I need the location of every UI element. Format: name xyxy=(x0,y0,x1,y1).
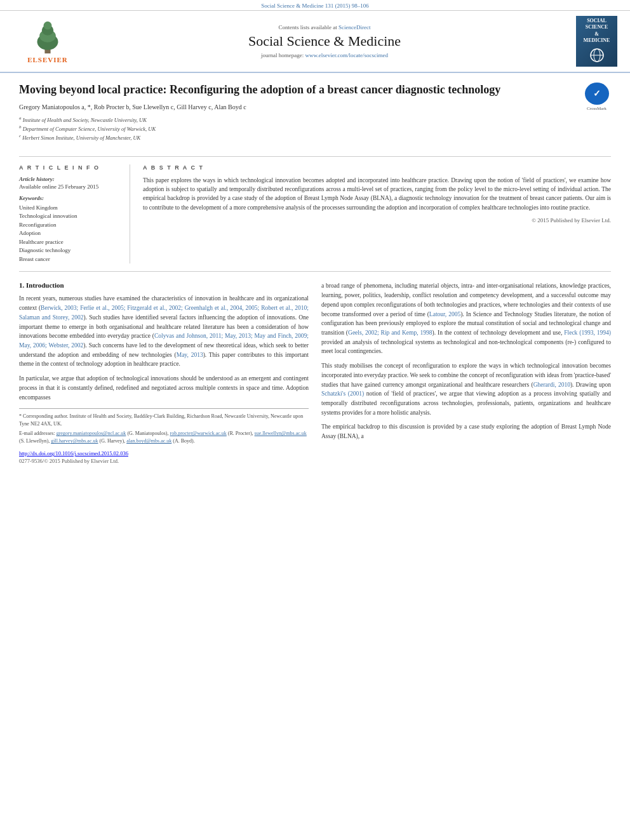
body-para-right-3: The empirical backdrop to this discussio… xyxy=(321,422,611,441)
article-title: Moving beyond local practice: Reconfigur… xyxy=(19,83,573,97)
article-history-value: Available online 25 February 2015 xyxy=(19,183,120,190)
cover-line-4: MEDICINE xyxy=(584,37,610,44)
article-info-header: A R T I C L E I N F O xyxy=(19,164,120,171)
copyright-footer: 0277-9536/© 2015 Published by Elsevier L… xyxy=(19,458,309,464)
journal-cover: SOCIAL SCIENCE & MEDICINE xyxy=(576,16,617,67)
doi-line[interactable]: http://dx.doi.org/10.1016/j.socscimed.20… xyxy=(19,450,309,457)
citation-gherardi[interactable]: Gherardi, 2010 xyxy=(533,382,570,388)
body-para-right-1: a broad range of phenomena, including ma… xyxy=(321,281,611,356)
elsevier-logo: ELSEVIER xyxy=(13,20,83,63)
citation-schatzki[interactable]: Schatzki's (2001) xyxy=(321,390,364,397)
journal-header-logo: ELSEVIER xyxy=(13,20,83,63)
cover-globe-icon xyxy=(587,48,607,63)
svg-point-4 xyxy=(44,21,52,29)
citation-berwick[interactable]: Berwick, 2003; Ferlie et al., 2005; Fitz… xyxy=(19,305,309,321)
article-meta-section: A R T I C L E I N F O Article history: A… xyxy=(19,156,611,272)
citation-may2013[interactable]: May, 2013 xyxy=(177,352,203,358)
authors-line: Gregory Maniatopoulos a, *, Rob Procter … xyxy=(19,103,573,110)
article-title-section: Moving beyond local practice: Reconfigur… xyxy=(19,83,611,149)
affiliation-c: c Herbert Simon Institute, University of… xyxy=(19,133,573,141)
keyword-6: Breast cancer xyxy=(19,255,120,264)
keywords-list: United Kingdom Technological innovation … xyxy=(19,204,120,264)
footnote-emails: E-mail addresses: gregory.maniatopoulos@… xyxy=(19,430,309,445)
crossmark-badge[interactable]: ✓ CrossMark xyxy=(582,83,611,111)
citation-fleck[interactable]: Fleck (1993, 1994) xyxy=(564,330,611,336)
journal-header-right: SOCIAL SCIENCE & MEDICINE xyxy=(566,16,617,67)
journal-header-center: Contents lists available at ScienceDirec… xyxy=(83,24,566,58)
abstract-header: A B S T R A C T xyxy=(143,164,611,171)
crossmark-label: CrossMark xyxy=(587,106,607,111)
body-para-right-2: This study mobilises the concept of reco… xyxy=(321,361,611,417)
cover-line-1: SOCIAL xyxy=(584,18,610,24)
body-para-2: In particular, we argue that adoption of… xyxy=(19,374,309,402)
keyword-4: Healthcare practice xyxy=(19,238,120,247)
body-section: 1. Introduction In recent years, numerou… xyxy=(19,281,611,464)
article-history-label: Article history: xyxy=(19,176,120,182)
citation-latour[interactable]: Latour, 2005 xyxy=(429,311,460,317)
article-info-col: A R T I C L E I N F O Article history: A… xyxy=(19,164,130,264)
email-link-llewellyn[interactable]: sue.llewellyn@mbs.ac.uk xyxy=(255,430,307,436)
body-col-left: 1. Introduction In recent years, numerou… xyxy=(19,281,309,464)
abstract-copyright: © 2015 Published by Elsevier Ltd. xyxy=(143,217,611,223)
journal-title: Social Science & Medicine xyxy=(83,33,566,50)
cover-line-2: SCIENCE xyxy=(584,24,610,30)
journal-top-bar: Social Science & Medicine 131 (2015) 98–… xyxy=(0,0,630,11)
body-para-1: In recent years, numerous studies have e… xyxy=(19,294,309,369)
cover-line-3: & xyxy=(584,31,610,37)
elsevier-wordmark: ELSEVIER xyxy=(27,56,68,63)
footnote-corresponding: * Corresponding author. Institute of Hea… xyxy=(19,413,309,428)
keyword-3: Adoption xyxy=(19,229,120,238)
footnote-area: * Corresponding author. Institute of Hea… xyxy=(19,408,309,464)
journal-homepage-link[interactable]: www.elsevier.com/locate/socscimed xyxy=(305,52,388,58)
affiliation-a: a Institute of Health and Society, Newca… xyxy=(19,116,573,123)
abstract-col: A B S T R A C T This paper explores the … xyxy=(143,164,611,264)
keyword-5: Diagnostic technology xyxy=(19,246,120,255)
keyword-1: Technological innovation xyxy=(19,212,120,221)
email-link-harvey[interactable]: gill.harvey@mbs.ac.uk xyxy=(51,438,98,444)
sciencedirect-link[interactable]: ScienceDirect xyxy=(338,24,370,30)
abstract-text: This paper explores the ways in which te… xyxy=(143,176,611,212)
elsevier-tree-icon xyxy=(25,20,70,55)
contents-available-line: Contents lists available at ScienceDirec… xyxy=(83,24,566,30)
keyword-2: Reconfiguration xyxy=(19,221,120,230)
citation-colyvas[interactable]: Colyvas and Johnson, 2011; May, 2013; Ma… xyxy=(19,333,309,349)
keywords-header: Keywords: xyxy=(19,195,120,201)
keyword-0: United Kingdom xyxy=(19,204,120,213)
journal-homepage: journal homepage: www.elsevier.com/locat… xyxy=(83,52,566,58)
citation-geels[interactable]: Geels, 2002; Rip and Kemp, 1998 xyxy=(348,330,432,336)
crossmark-circle: ✓ xyxy=(585,83,609,105)
journal-citation: Social Science & Medicine 131 (2015) 98–… xyxy=(261,3,368,9)
authors-text: Gregory Maniatopoulos a, *, Rob Procter … xyxy=(19,103,246,110)
section1-heading: 1. Introduction xyxy=(19,281,309,289)
email-link-procter[interactable]: rob.procter@warwick.ac.uk xyxy=(170,430,226,436)
email-link-maniatopoulos[interactable]: gregory.maniatopoulos@ncl.ac.uk xyxy=(57,430,126,436)
article-container: Moving beyond local practice: Reconfigur… xyxy=(0,73,630,474)
body-col-right: a broad range of phenomena, including ma… xyxy=(321,281,611,464)
affiliation-b: b Department of Computer Science, Univer… xyxy=(19,124,573,132)
article-title-text: Moving beyond local practice: Reconfigur… xyxy=(19,83,573,142)
email-link-boyd[interactable]: alan.boyd@mbs.ac.uk xyxy=(126,438,171,444)
journal-header: ELSEVIER Contents lists available at Sci… xyxy=(0,11,630,73)
